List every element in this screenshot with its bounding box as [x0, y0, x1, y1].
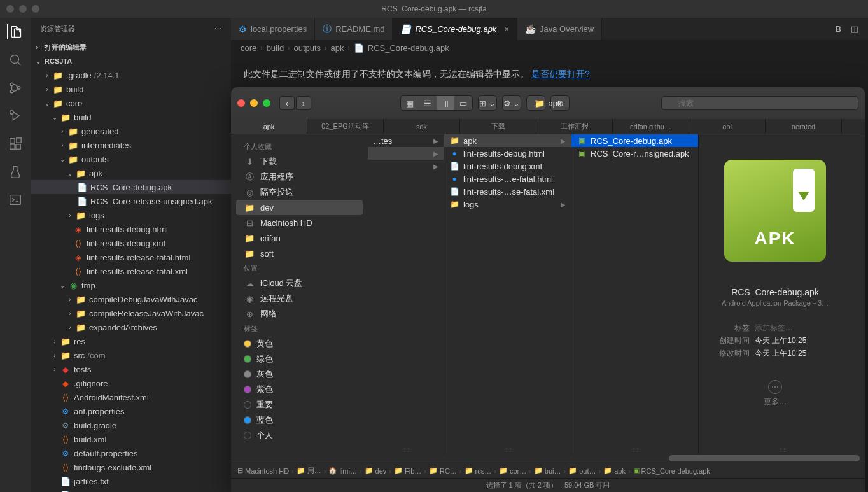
list-view-button[interactable]: ☰: [419, 96, 437, 110]
finder-zoom[interactable]: [263, 99, 270, 107]
tree-folder-tmp[interactable]: ⌄◉tmp: [31, 278, 231, 292]
close-tab-icon[interactable]: ×: [504, 24, 509, 34]
tab-readme[interactable]: ⓘREADME.md: [315, 18, 393, 40]
tree-folder-core-build[interactable]: ⌄📁build: [31, 110, 231, 124]
tree-file-license[interactable]: 📄LICENSE-2.0.txt: [31, 488, 231, 492]
tree-folder-tests[interactable]: ›◆tests: [31, 362, 231, 376]
tree-folder-core[interactable]: ⌄📁core: [31, 96, 231, 110]
tree-file-lint2[interactable]: ⟨⟩lint-results-debug.xml: [31, 236, 231, 250]
sidebar-tag-purple[interactable]: 紫色: [231, 382, 368, 397]
tree-file-apk-debug[interactable]: 📄RCS_Core-debug.apk: [31, 180, 231, 194]
sidebar-tag-blue[interactable]: 蓝色: [231, 412, 368, 428]
tree-folder-apk[interactable]: ⌄📁apk: [31, 166, 231, 180]
finder-tab[interactable]: nerated: [766, 119, 842, 134]
finder-back-button[interactable]: ‹: [279, 96, 295, 110]
list-item[interactable]: …tes▶: [368, 134, 444, 147]
search-icon[interactable]: [8, 52, 23, 67]
list-item[interactable]: ▶: [368, 160, 444, 172]
list-item[interactable]: 📄lint-results-…se-fatal.xml: [444, 185, 571, 198]
tree-folder-expanded[interactable]: ›📁expandedArchives: [31, 320, 231, 334]
bold-action-icon[interactable]: B: [836, 24, 841, 34]
split-editor-icon[interactable]: ◫: [851, 24, 858, 34]
column-view-button[interactable]: ⫼: [437, 96, 454, 110]
finder-tab[interactable]: api: [689, 119, 766, 134]
tree-file-jarfiles[interactable]: 📄jarfiles.txt: [31, 474, 231, 488]
close-window[interactable]: [6, 5, 14, 13]
finder-tab[interactable]: 工作汇报: [536, 119, 613, 134]
tree-folder-comp2[interactable]: ›📁compileReleaseJavaWithJavac: [31, 306, 231, 320]
tree-file-manifest[interactable]: ⟨⟩AndroidManifest.xml: [31, 390, 231, 404]
sidebar-tag-important[interactable]: 重要: [231, 397, 368, 412]
tree-file-lint3[interactable]: ◈lint-results-release-fatal.html: [31, 250, 231, 264]
action-button[interactable]: ⚙ ⌄: [503, 96, 521, 110]
tree-folder-logs[interactable]: ›📁logs: [31, 208, 231, 222]
finder-tab[interactable]: 02_EPG活动库: [307, 119, 384, 134]
preview-more[interactable]: ⋯ 更多…: [764, 380, 787, 407]
project-root-section[interactable]: ⌄RCSJTA: [31, 54, 231, 68]
sidebar-item-crifan[interactable]: 📁crifan: [231, 230, 368, 246]
tree-folder-comp1[interactable]: ›📁compileDebugJavaWithJavac: [31, 292, 231, 306]
sidebar-item-airdrop[interactable]: ◎隔空投送: [231, 185, 368, 200]
tree-folder-build[interactable]: ›📁build: [31, 82, 231, 96]
tree-file-gitignore[interactable]: ◆.gitignore: [31, 376, 231, 390]
list-item[interactable]: ●lint-results-debug.html: [444, 147, 571, 160]
tree-file-findbugs[interactable]: ⟨⟩findbugs-exclude.xml: [31, 460, 231, 474]
tree-file-apk-release[interactable]: 📄RCS_Core-release-unsigned.apk: [31, 194, 231, 208]
finder-tab[interactable]: ache: [842, 119, 865, 134]
tree-file-lint4[interactable]: ⟨⟩lint-results-release-fatal.xml: [31, 264, 231, 278]
arrange-button[interactable]: ⊞ ⌄: [479, 96, 496, 110]
sidebar-item-network[interactable]: ⊕网络: [231, 306, 368, 321]
minimize-window[interactable]: [19, 5, 27, 13]
open-editors-section[interactable]: ›打开的编辑器: [31, 40, 231, 54]
sidebar-tag-green[interactable]: 绿色: [231, 351, 368, 367]
gallery-view-button[interactable]: ▭: [454, 96, 472, 110]
sidebar-item-remote[interactable]: ◉远程光盘: [231, 291, 368, 306]
open-anyway-link[interactable]: 是否仍要打开?: [531, 69, 590, 79]
finder-minimize[interactable]: [250, 99, 258, 107]
debug-icon[interactable]: [8, 108, 23, 123]
sidebar-item-soft[interactable]: 📁soft: [231, 246, 368, 261]
list-item[interactable]: ●lint-results-…e-fatal.html: [444, 172, 571, 185]
add-tags-field[interactable]: 添加标签…: [755, 323, 793, 334]
tree-folder-generated[interactable]: ›📁generated: [31, 124, 231, 138]
tab-java-overview[interactable]: ☕Java Overview: [517, 18, 602, 40]
sidebar-item-dev[interactable]: 📁dev: [236, 200, 363, 215]
explorer-icon[interactable]: [7, 24, 22, 39]
icon-view-button[interactable]: ▦: [401, 96, 419, 110]
list-item-selected[interactable]: ▣RCS_Core-debug.apk: [571, 134, 698, 147]
tree-folder-intermediates[interactable]: ›📁intermediates: [31, 138, 231, 152]
tree-folder-gradle[interactable]: ›📁.gradle/ 2.14.1: [31, 68, 231, 82]
sidebar-item-downloads[interactable]: ⬇下载: [231, 154, 368, 169]
list-item[interactable]: 📁logs▶: [444, 198, 571, 211]
list-item[interactable]: ▶: [368, 147, 444, 160]
extensions-icon[interactable]: [8, 136, 23, 151]
sidebar-item-mac[interactable]: ⊟Macintosh HD: [231, 215, 368, 230]
breadcrumb[interactable]: core› build› outputs› apk› 📄RCS_Core-deb…: [231, 40, 868, 56]
tab-local-properties[interactable]: ⚙local.properties: [231, 18, 315, 40]
source-control-icon[interactable]: [8, 80, 23, 95]
tab-apk-debug[interactable]: 📄RCS_Core-debug.apk×: [393, 18, 517, 40]
sidebar-item-apps[interactable]: Ⓐ应用程序: [231, 169, 368, 185]
tree-folder-src[interactable]: ›📁src/ com: [31, 348, 231, 362]
explorer-more-icon[interactable]: ⋯: [214, 25, 221, 33]
tree-file-bxml[interactable]: ⟨⟩build.xml: [31, 432, 231, 446]
tree-file-defprop[interactable]: ⚙default.properties: [31, 446, 231, 460]
console-icon[interactable]: [8, 192, 23, 207]
list-item[interactable]: 📄lint-results-debug.xml: [444, 160, 571, 172]
finder-search-input[interactable]: [661, 96, 858, 110]
tree-file-bgradle[interactable]: ⚙build.gradle: [31, 418, 231, 432]
sidebar-tag-personal[interactable]: 个人: [231, 428, 368, 443]
finder-tab[interactable]: 下载: [460, 119, 536, 134]
sidebar-item-icloud[interactable]: ☁iCloud 云盘: [231, 276, 368, 291]
list-item[interactable]: ▣RCS_Core-r…nsigned.apk: [571, 147, 698, 160]
zoom-window[interactable]: [32, 5, 39, 13]
finder-scrollbar[interactable]: [231, 454, 865, 463]
finder-close[interactable]: [237, 99, 245, 107]
sidebar-tag-gray[interactable]: 灰色: [231, 367, 368, 382]
list-item[interactable]: 📁apk▶: [444, 134, 571, 147]
testing-icon[interactable]: [8, 164, 23, 179]
finder-tab[interactable]: sdk: [384, 119, 460, 134]
tree-file-antprop[interactable]: ⚙ant.properties: [31, 404, 231, 418]
sidebar-tag-yellow[interactable]: 黄色: [231, 336, 368, 351]
finder-path-bar[interactable]: ⊟ Macintosh HD› 📁 用…› 🏠 limi…› 📁 dev› 📁 …: [231, 463, 865, 478]
